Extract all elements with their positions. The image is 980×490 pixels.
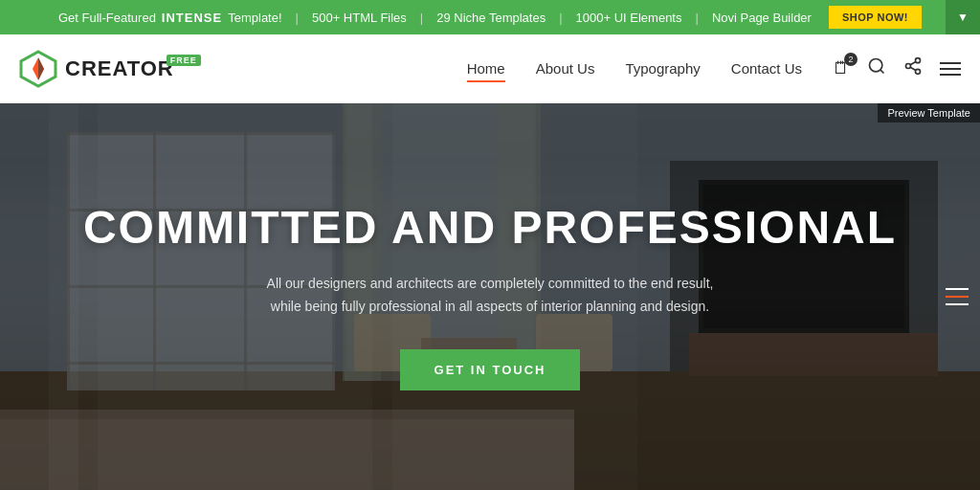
feature-4: Novi Page Builder xyxy=(712,11,812,25)
banner-mid-text: Template! xyxy=(228,11,281,25)
nav-link-typography[interactable]: Typography xyxy=(625,60,700,77)
nav-item-home[interactable]: Home xyxy=(467,60,505,78)
nav-item-about[interactable]: About Us xyxy=(536,60,595,78)
hero-cta-button[interactable]: GET IN TOUCH xyxy=(400,349,581,390)
nav-link-home[interactable]: Home xyxy=(467,60,505,82)
svg-point-7 xyxy=(916,69,921,74)
cart-icon[interactable]: 🗒 2 xyxy=(833,58,850,78)
svg-marker-2 xyxy=(38,57,44,80)
svg-point-3 xyxy=(870,59,882,72)
hamburger-line-2 xyxy=(940,68,961,70)
side-line-3 xyxy=(946,303,969,305)
separator-4: | xyxy=(695,11,698,25)
hero-subtitle: All our designers and architects are com… xyxy=(260,273,720,319)
svg-point-6 xyxy=(906,64,911,69)
svg-line-9 xyxy=(910,61,916,64)
side-line-2 xyxy=(946,296,969,298)
banner-text: Get Full-Featured INTENSE Template! | 50… xyxy=(11,6,969,29)
logo-label: CREATOR Free xyxy=(65,56,174,81)
top-banner: Get Full-Featured INTENSE Template! | 50… xyxy=(0,0,980,34)
separator-2: | xyxy=(420,11,423,25)
navbar: CREATOR Free Home About Us Typography Co… xyxy=(0,34,980,103)
shop-now-button[interactable]: SHOP NOW! xyxy=(829,6,922,29)
cart-badge: 2 xyxy=(844,53,858,66)
svg-line-8 xyxy=(910,67,916,70)
nav-item-contact[interactable]: Contact Us xyxy=(731,60,802,78)
side-line-1 xyxy=(946,288,969,290)
hero-title: COMMITTED AND PROFESSIONAL xyxy=(83,203,897,254)
feature-1: 500+ HTML Files xyxy=(312,11,407,25)
hamburger-line-1 xyxy=(940,62,961,64)
nav-link-contact[interactable]: Contact Us xyxy=(731,60,802,77)
feature-2: 29 Niche Templates xyxy=(436,11,546,25)
banner-pre-text: Get Full-Featured xyxy=(58,11,156,25)
logo[interactable]: CREATOR Free xyxy=(19,50,174,88)
banner-intense-text: INTENSE xyxy=(162,11,222,25)
hero-section: Preview Template COMMITTED AND PROFESSIO… xyxy=(0,103,980,490)
nav-link-about[interactable]: About Us xyxy=(536,60,595,77)
logo-icon xyxy=(19,50,57,88)
nav-item-typography[interactable]: Typography xyxy=(625,60,700,78)
nav-links: Home About Us Typography Contact Us xyxy=(467,60,802,78)
hero-content: COMMITTED AND PROFESSIONAL All our desig… xyxy=(0,103,980,490)
svg-point-5 xyxy=(916,58,921,63)
feature-3: 1000+ UI Elements xyxy=(576,11,682,25)
logo-free-badge: Free xyxy=(167,55,201,66)
nav-icons: 🗒 2 xyxy=(833,56,961,80)
hamburger-menu[interactable] xyxy=(940,62,961,76)
svg-line-4 xyxy=(880,70,884,74)
separator-1: | xyxy=(296,11,299,25)
banner-dropdown-button[interactable] xyxy=(946,0,980,34)
hamburger-line-3 xyxy=(940,74,961,76)
search-icon[interactable] xyxy=(867,56,886,80)
share-icon[interactable] xyxy=(903,56,923,80)
side-controls[interactable] xyxy=(946,288,969,305)
separator-3: | xyxy=(559,11,562,25)
